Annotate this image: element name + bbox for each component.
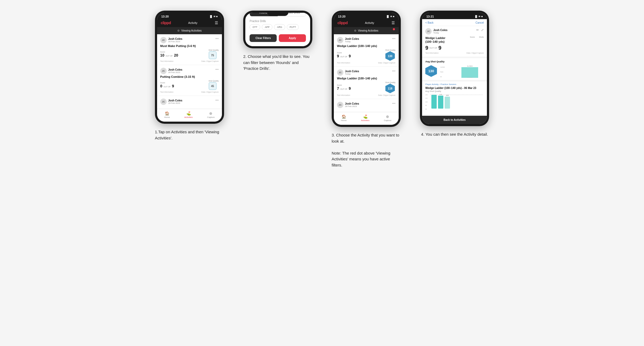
bottom-nav-1: 🏠 Home ⛳ Activities ⊕ Capture [157, 109, 222, 122]
nav-home-label-3: Home [341, 119, 347, 122]
status-icons-4: ▐▌ ≋ ■ [474, 15, 483, 18]
app-header-1: clippd Activity ☰ [157, 19, 222, 27]
stats-row-3-1: Score 7 OUT OF 9 Shot Quality 118 [337, 82, 395, 93]
user-date-1-2: 28 Feb 2023 [168, 102, 182, 104]
expand-icon-4[interactable]: ⤢ [481, 28, 484, 32]
activity-card-1-1[interactable]: JC Josh Coles 28 Feb 2023 ••• Putting Co… [157, 65, 222, 96]
avatar-1-0: JC [160, 37, 167, 43]
pill-arg-2[interactable]: ARG [274, 24, 285, 30]
shots-col-label-4: Shots [479, 36, 484, 38]
activity-title-3-1: Wedge Ladder (100–140 yds) [337, 77, 395, 80]
notch-3 [356, 11, 377, 16]
card-header-3-2: JC Josh Coles 28 Feb 2023 ••• [337, 102, 395, 108]
filter-actions-2: Clear Filters Apply [250, 34, 306, 42]
detail-icons-4: ✏ ⤢ [476, 28, 484, 32]
nav-capture-label-3: Capture [384, 119, 391, 122]
score-col-label-4: Score [470, 36, 475, 38]
detail-user-date-4: Today [433, 32, 447, 34]
avatar-1-2: JC [160, 99, 167, 105]
nav-activities-label-1: Activities [184, 116, 193, 118]
detail-score-row-4: 9 OUT OF 9 [425, 45, 484, 51]
avatar-1-1: JC [160, 68, 167, 74]
cancel-btn-4[interactable]: Cancel [475, 21, 484, 24]
detail-shots-4: 9 [438, 45, 441, 51]
capture-icon-1: ⊕ [209, 111, 212, 116]
avatar-3-1: JC [337, 69, 343, 76]
more-dots-3-0[interactable]: ••• [392, 37, 395, 41]
step-column-2: 13:21 ▐▌ ≋ ■ clippd Activity ☰ ⚙ Viewing… [238, 11, 318, 72]
menu-icon-3[interactable]: ☰ [392, 21, 395, 25]
y-axis-4: 140 120 100 80 60 [425, 94, 427, 110]
pill-group-2: OTT APP ARG PUTT [250, 24, 306, 30]
phone-4-inner: 13:21 ▐▌ ≋ ■ < Back Cancel JC Josh Coles… [422, 13, 487, 124]
more-dots-1-0[interactable]: ••• [215, 37, 219, 41]
activity-card-3-1[interactable]: JC Josh Coles Today ••• Wedge Ladder (10… [334, 67, 399, 99]
avatar-3-0: JC [337, 37, 343, 43]
nav-home-3[interactable]: 🏠 Home [341, 114, 347, 122]
red-dot-3 [393, 28, 395, 30]
pill-putt-2[interactable]: PUTT [287, 24, 299, 30]
score-value-1-0: 10 [160, 53, 165, 57]
activity-title-1-0: Must Make Putting (3-6 ft) [160, 44, 219, 48]
activity-card-1-0[interactable]: JC Josh Coles 28 Feb 2023 ••• Must Make … [157, 34, 222, 65]
nav-home-1[interactable]: 🏠 Home [164, 111, 170, 118]
apply-btn-2[interactable]: Apply [279, 34, 306, 42]
pill-ott-2[interactable]: OTT [250, 24, 260, 30]
activity-card-1-2[interactable]: JC Josh Coles 28 Feb 2023 ••• [157, 96, 222, 109]
phone-4: 13:21 ▐▌ ≋ ■ < Back Cancel JC Josh Coles… [420, 11, 489, 126]
drill-header-4: Wedge Ladder (100–140 yds) Score Shots [425, 36, 484, 44]
card-header-3-1: JC Josh Coles Today ••• [337, 69, 395, 76]
user-date-1-1: 28 Feb 2023 [168, 71, 182, 74]
bar-chart-4: 140 120 100 80 60 132 129 [425, 94, 484, 113]
detail-score-4: 9 [425, 45, 428, 51]
activity-card-3-2[interactable]: JC Josh Coles 28 Feb 2023 ••• [334, 99, 399, 112]
user-name-1-1: Josh Coles [168, 68, 182, 71]
phone-2: 13:21 ▐▌ ≋ ■ clippd Activity ☰ ⚙ Viewing… [243, 11, 312, 48]
more-dots-1-2[interactable]: ••• [215, 99, 219, 102]
phone-3-inner: 13:20 ▐▌ ≋ ■ clippd Activity ☰ ⚙ Viewing… [334, 13, 399, 125]
clear-filters-btn-2[interactable]: Clear Filters [250, 34, 277, 42]
avg-label-4: Avg Shot Quality [425, 60, 484, 63]
activity-title-1-1: Putting Combine (3-15 ft) [160, 75, 219, 78]
nav-activities-1[interactable]: ⛳ Activities [184, 111, 193, 118]
out-of-1-0: OUT OF [166, 55, 172, 57]
user-info-3-1: JC Josh Coles Today [337, 69, 359, 76]
viewing-bar-3[interactable]: ⚙ Viewing Activities [334, 27, 399, 34]
svg-rect-0 [461, 67, 478, 78]
viewing-bar-text-1: Viewing Activities [181, 29, 202, 32]
more-dots-3-1[interactable]: ••• [392, 69, 395, 73]
user-info-3-2: JC Josh Coles 28 Feb 2023 [337, 102, 359, 108]
detail-out-of-4: OUT OF [429, 47, 437, 49]
nav-capture-1[interactable]: ⊕ Capture [207, 111, 214, 118]
edit-icon-4[interactable]: ✏ [476, 28, 479, 32]
shot-quality-1-0: 75 [209, 51, 217, 59]
detail-user-name-4: Josh Coles [433, 29, 447, 32]
shots-value-3-1: 9 [349, 86, 351, 91]
out-of-3-0: OUT OF [340, 56, 347, 58]
viewing-bar-1[interactable]: ⚙ Viewing Activities [157, 27, 222, 34]
user-info-1-1: JC Josh Coles 28 Feb 2023 [160, 68, 182, 74]
shot-quality-hex-3-0: 130 [385, 51, 395, 61]
svg-text:0: 0 [440, 76, 442, 77]
card-header-3-0: JC Josh Coles Today ••• [337, 37, 395, 43]
nav-activities-3[interactable]: ⛳ Activities [361, 114, 369, 122]
nav-capture-3[interactable]: ⊕ Capture [384, 114, 391, 122]
back-btn-4[interactable]: < Back [425, 21, 433, 24]
status-icons-3: ▐▌ ≋ ■ [386, 15, 394, 18]
activity-card-3-0[interactable]: JC Josh Coles Today ••• Wedge Ladder (10… [334, 34, 399, 67]
more-dots-3-2[interactable]: ••• [392, 102, 395, 105]
stat-score-1-0: Score 10 OUT OF 20 [160, 51, 178, 57]
back-activities-btn-4[interactable]: Back to Activities [422, 116, 487, 124]
activity-title-3-0: Wedge Ladder (100–140 yds) [337, 44, 395, 48]
status-time-1: 13:20 [161, 15, 169, 18]
detail-user-row-4: JC Josh Coles Today ✏ ⤢ [422, 26, 487, 36]
score-value-1-1: 0 [160, 84, 162, 88]
step-desc-1: 1.Tap on Activities and then 'Viewing Ac… [155, 129, 224, 141]
pill-app-2[interactable]: APP [262, 24, 272, 30]
user-date-3-1: Today [345, 73, 359, 75]
more-dots-1-1[interactable]: ••• [215, 68, 219, 71]
avg-quality-section-4: Avg Shot Quality 130 130 100 50 0 [422, 58, 487, 80]
card-footer-1-0: Test Information Data: Clippd Capture [160, 60, 219, 62]
home-icon-1: 🏠 [165, 111, 169, 116]
menu-icon-1[interactable]: ☰ [215, 21, 218, 25]
